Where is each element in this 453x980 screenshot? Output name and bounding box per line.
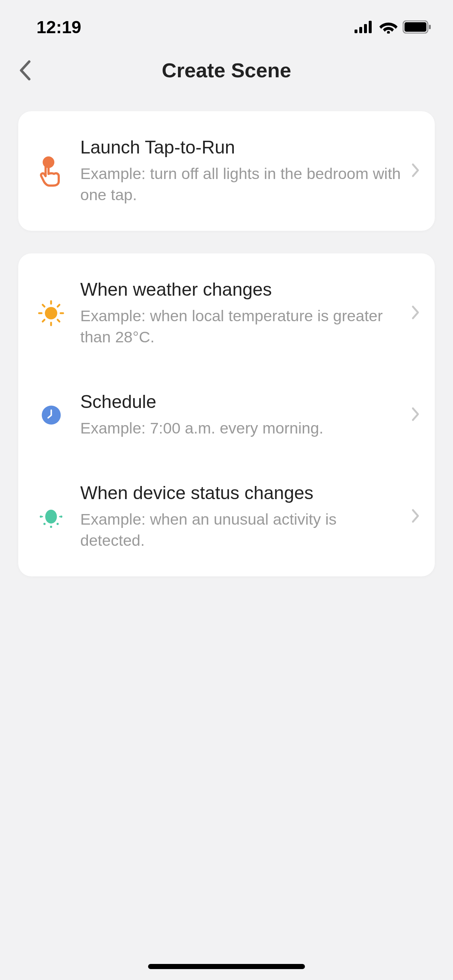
page-title: Create Scene (162, 58, 292, 82)
svg-rect-2 (364, 24, 367, 33)
bulb-icon (37, 502, 65, 531)
svg-rect-3 (369, 21, 372, 33)
option-title: When device status changes (80, 482, 404, 503)
svg-rect-7 (429, 25, 431, 29)
option-weather[interactable]: When weather changes Example: when local… (18, 253, 435, 373)
svg-point-24 (57, 523, 59, 525)
cellular-icon (354, 21, 374, 33)
home-indicator[interactable] (148, 964, 305, 969)
option-subtitle: Example: when local temperature is great… (80, 305, 404, 347)
svg-rect-6 (405, 22, 426, 32)
status-icons (354, 21, 431, 33)
battery-icon (403, 21, 431, 33)
chevron-right-icon (412, 407, 420, 423)
svg-line-14 (43, 305, 45, 307)
option-schedule[interactable]: Schedule Example: 7:00 a.m. every mornin… (18, 373, 435, 464)
option-title: Schedule (80, 391, 404, 412)
svg-rect-0 (354, 30, 357, 33)
wifi-icon (379, 21, 397, 33)
sun-icon (37, 299, 65, 328)
content: Launch Tap-to-Run Example: turn off all … (0, 100, 453, 610)
option-tap-to-run[interactable]: Launch Tap-to-Run Example: turn off all … (18, 111, 435, 231)
svg-point-9 (45, 307, 57, 320)
chevron-right-icon (412, 163, 420, 179)
chevron-left-icon (18, 59, 31, 81)
chevron-right-icon (412, 509, 420, 525)
svg-line-15 (57, 320, 59, 321)
list-text: When device status changes Example: when… (80, 482, 412, 551)
back-button[interactable] (18, 59, 31, 81)
navbar: Create Scene (0, 40, 453, 100)
clock-icon (37, 400, 65, 430)
chevron-right-icon (412, 305, 420, 321)
svg-line-17 (57, 305, 59, 307)
option-subtitle: Example: turn off all lights in the bedr… (80, 163, 404, 205)
option-subtitle: Example: when an unusual activity is det… (80, 509, 404, 551)
svg-point-4 (387, 31, 390, 33)
svg-point-25 (50, 526, 52, 528)
svg-line-16 (43, 320, 45, 321)
status-time: 12:19 (37, 17, 81, 37)
svg-rect-20 (49, 510, 53, 513)
list-text: Schedule Example: 7:00 a.m. every mornin… (80, 391, 412, 439)
card-tap-to-run: Launch Tap-to-Run Example: turn off all … (18, 111, 435, 231)
list-text: When weather changes Example: when local… (80, 279, 412, 347)
option-title: Launch Tap-to-Run (80, 137, 404, 158)
status-bar: 12:19 (0, 0, 453, 40)
tap-icon (37, 156, 65, 186)
card-conditions: When weather changes Example: when local… (18, 253, 435, 576)
option-title: When weather changes (80, 279, 404, 300)
option-subtitle: Example: 7:00 a.m. every morning. (80, 417, 404, 439)
option-device-status[interactable]: When device status changes Example: when… (18, 464, 435, 576)
svg-rect-1 (359, 27, 362, 33)
list-text: Launch Tap-to-Run Example: turn off all … (80, 137, 412, 205)
svg-point-23 (43, 523, 46, 525)
